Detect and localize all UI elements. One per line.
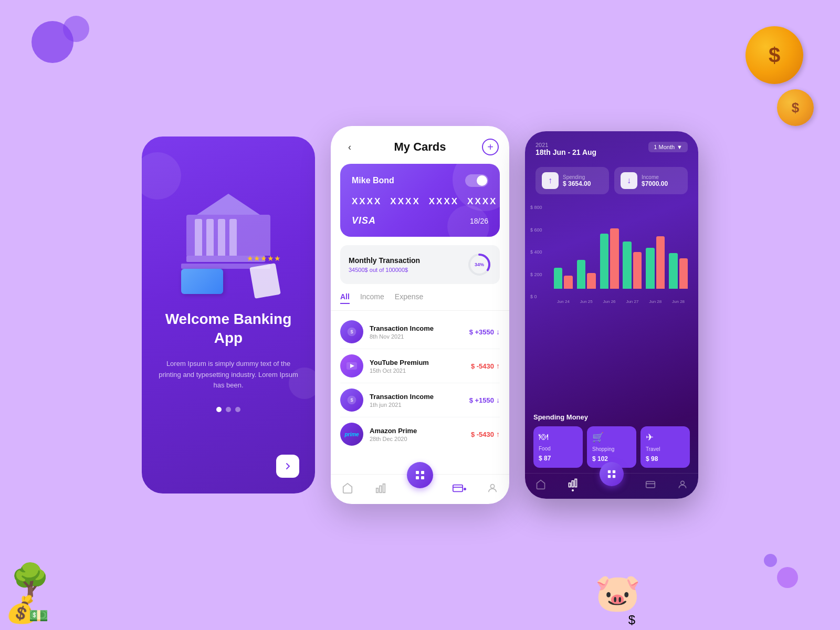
p3-fab-button[interactable]: [600, 462, 624, 486]
analytics-phone: 2021 18th Jun - 21 Aug 1 Month ▼ ↑ Spend…: [525, 131, 698, 499]
svg-rect-20: [608, 475, 611, 478]
spending-value: $ 3654.00: [563, 180, 591, 187]
svg-point-27: [680, 481, 684, 485]
p1-deco-2: [289, 368, 315, 399]
bar-r2: [587, 273, 595, 289]
bar-g1: [554, 268, 562, 289]
tx-item-2[interactable]: YouTube Premium 15th Oct 2021 $ -5430 ↑: [331, 349, 509, 383]
spending-icon: ↑: [542, 172, 559, 189]
bar-g5: [646, 248, 654, 289]
p2-bottom-nav: [331, 474, 509, 504]
bar-g3: [600, 234, 608, 289]
nav-profile[interactable]: [485, 481, 500, 496]
shopping-label: Shopping: [592, 446, 614, 452]
card-holder-name: Mike Bond: [352, 176, 394, 185]
chart-y-labels: $ 800 $ 600 $ 400 $ 200 $ 0: [530, 205, 542, 299]
progress-ring: 34%: [467, 253, 491, 277]
tab-expense[interactable]: Expense: [395, 292, 423, 304]
welcome-title: Welcome Banking App: [158, 310, 299, 348]
bar-r4: [633, 252, 642, 289]
p3-nav-profile[interactable]: [677, 479, 688, 490]
p3-nav-cards[interactable]: [645, 479, 656, 490]
p3-header: 2021 18th Jun - 21 Aug 1 Month ▼: [525, 131, 698, 162]
card-number: XXXX XXXX XXXX XXXX: [352, 196, 488, 207]
tab-all[interactable]: All: [340, 292, 350, 304]
period-selector[interactable]: 1 Month ▼: [648, 142, 688, 152]
tx-name-1: Transaction Income: [370, 324, 463, 332]
travel-label: Travel: [646, 446, 660, 452]
p3-nav-stats[interactable]: [568, 478, 578, 491]
p3-chart: $ 800 $ 600 $ 400 $ 200 $ 0: [525, 200, 698, 409]
transaction-tabs: All Income Expense: [331, 290, 509, 311]
p2-fab-button[interactable]: [407, 462, 433, 488]
tx-item-1[interactable]: $ Transaction Income 8th Nov 2021 $ +355…: [331, 315, 509, 349]
tab-income[interactable]: Income: [360, 292, 384, 304]
svg-text:$: $: [350, 329, 353, 334]
my-cards-phone: ‹ My Cards + Mike Bond XXXX XXXX XXXX XX…: [331, 126, 509, 504]
svg-rect-12: [376, 488, 379, 492]
bar-r6: [679, 258, 688, 289]
travel-amount: $ 98: [646, 455, 658, 463]
credit-card: Mike Bond XXXX XXXX XXXX XXXX VISA 18/26: [340, 164, 500, 237]
dot-1: [216, 407, 222, 412]
tx-item-4[interactable]: prime Amazon Prime 28th Dec 2020 $ -5430…: [331, 417, 509, 451]
tx-amount-2: $ -5430 ↑: [471, 362, 500, 370]
svg-rect-18: [608, 470, 611, 473]
spending-food[interactable]: 🍽 Food $ 87: [533, 426, 583, 468]
p3-active-dot: [572, 489, 574, 491]
deco-tree: 🌳: [10, 561, 50, 598]
deco-coin-large: $: [746, 26, 803, 84]
tx-name-3: Transaction Income: [370, 393, 463, 401]
svg-rect-21: [613, 475, 615, 478]
tx-name-4: Amazon Prime: [370, 427, 465, 435]
p3-year: 2021: [536, 142, 596, 148]
p2-header: ‹ My Cards +: [331, 126, 509, 164]
nav-home[interactable]: [340, 481, 355, 496]
add-card-button[interactable]: +: [482, 139, 499, 155]
svg-rect-10: [416, 476, 419, 479]
bank-illustration: ★★★★★: [165, 158, 291, 304]
bg-blob-3: [777, 567, 798, 588]
income-label: Income: [642, 174, 668, 180]
card-expiry: 18/26: [470, 217, 488, 225]
bg-blob-2: [63, 16, 89, 42]
nav-stats[interactable]: [373, 481, 388, 496]
svg-rect-19: [613, 470, 615, 473]
svg-rect-22: [569, 483, 571, 487]
svg-rect-24: [575, 479, 576, 487]
nav-cards[interactable]: [452, 481, 467, 496]
tx-item-3[interactable]: $ Transaction Income 1th jun 2021 $ +155…: [331, 383, 509, 417]
back-button[interactable]: ‹: [341, 139, 358, 155]
monthly-tx-subtitle: 34500$ out of 100000$: [349, 267, 420, 273]
p3-summary: ↑ Spending $ 3654.00 ↓ Income $7000.00: [525, 162, 698, 200]
pagination-dots: [216, 407, 240, 412]
card-toggle[interactable]: [465, 174, 488, 187]
bar-r5: [656, 236, 665, 289]
next-button[interactable]: [276, 455, 299, 478]
income-value: $7000.00: [642, 180, 668, 187]
spending-travel[interactable]: ✈ Travel $ 98: [640, 426, 690, 468]
p3-nav-home[interactable]: [536, 479, 546, 490]
svg-rect-8: [416, 471, 419, 474]
card-brand: VISA: [352, 215, 376, 226]
shopping-icon: 🛒: [592, 432, 604, 443]
svg-rect-9: [421, 471, 424, 474]
spending-section-title: Spending Money: [533, 413, 690, 421]
summary-spending: ↑ Spending $ 3654.00: [536, 167, 609, 194]
food-label: Food: [539, 446, 551, 452]
food-icon: 🍽: [539, 432, 548, 443]
tx-date-1: 8th Nov 2021: [370, 333, 463, 340]
svg-rect-13: [380, 486, 382, 492]
deco-money: 💵: [29, 606, 48, 625]
p3-bottom-nav: [525, 473, 698, 499]
tx-date-2: 15th Oct 2021: [370, 368, 465, 374]
spending-label: Spending: [563, 174, 591, 180]
phones-wrapper: ★★★★★ Welcome Banking App Lorem Ipsum is…: [0, 0, 840, 630]
dot-2: [226, 407, 231, 412]
tx-amount-4: $ -5430 ↑: [471, 430, 500, 438]
chart-bars: [554, 205, 688, 299]
tx-date-4: 28th Dec 2020: [370, 436, 465, 442]
chart-x-labels: Jun 24 Jun 25 Jun 26 Jun 27 Jun 28 Jun 2…: [554, 299, 688, 304]
svg-rect-15: [453, 485, 462, 492]
dot-3: [235, 407, 240, 412]
